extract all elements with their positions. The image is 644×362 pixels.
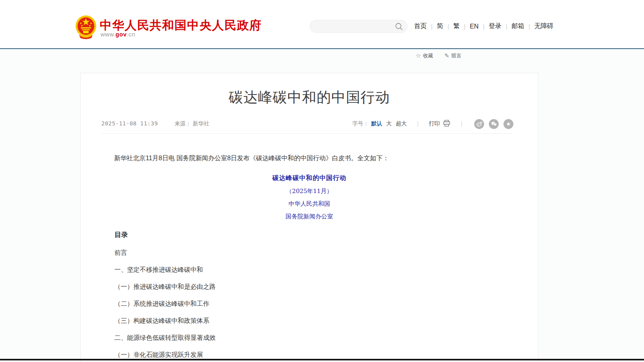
nav-accessibility[interactable]: 无障碍 <box>534 22 553 30</box>
toc-heading: 目录 <box>114 230 538 239</box>
site-url-gov: gov <box>116 31 127 38</box>
toc-item-1-3: （三）构建碳达峰碳中和政策体系 <box>114 318 538 324</box>
toc-item-preface: 前言 <box>114 250 538 256</box>
doc-org-line1: 中华人民共和国 <box>81 200 538 208</box>
top-nav: 首页| 简| 繁| EN| 登录| 邮箱| 无障碍 <box>414 22 553 30</box>
message-button[interactable]: ✎ 留言 <box>444 52 462 59</box>
doc-date: （2025年11月） <box>81 188 538 195</box>
nav-english[interactable]: EN <box>470 23 479 30</box>
nav-simplified[interactable]: 简 <box>437 22 443 30</box>
weibo-icon[interactable] <box>474 119 484 129</box>
toc-item-2-1: （一）非化石能源实现跃升发展 <box>114 352 538 358</box>
source-value: 新华社 <box>193 120 209 127</box>
star-share-icon[interactable]: ★ <box>503 119 513 129</box>
print-button[interactable]: 打印 <box>429 120 450 128</box>
printer-icon <box>443 120 450 128</box>
article-meta-left: 2025-11-08 11:39 来源： 新华社 <box>101 120 209 127</box>
toc-item-1-2: （二）系统推进碳达峰碳中和工作 <box>114 301 538 307</box>
doc-title: 碳达峰碳中和的中国行动 <box>81 174 538 182</box>
toc-item-1: 一、坚定不移推进碳达峰碳中和 <box>114 267 538 273</box>
site-url-suffix: .cn <box>127 31 135 38</box>
article-meta-right: 字号： 默认 大 超大 | 打印 | <box>352 119 513 129</box>
star-glyph: ★ <box>506 121 511 127</box>
nav-mail[interactable]: 邮箱 <box>511 22 524 30</box>
article-meta-row: 2025-11-08 11:39 来源： 新华社 字号： 默认 大 超大 | 打… <box>101 119 513 128</box>
favorite-label: 收藏 <box>423 52 433 59</box>
article-source: 来源： 新华社 <box>175 120 209 127</box>
window-bottom-edge <box>0 359 644 360</box>
article-title: 碳达峰碳中和的中国行动 <box>81 89 538 105</box>
quick-links-bar: ☆ 收藏 ✎ 留言 <box>416 52 462 59</box>
star-outline-icon: ☆ <box>416 52 421 59</box>
nav-login[interactable]: 登录 <box>489 22 502 30</box>
site-url-prefix: www. <box>101 31 116 38</box>
article-date: 2025-11-08 11:39 <box>101 120 158 127</box>
font-size-large-button[interactable]: 大 <box>386 120 392 127</box>
nav-separator: | <box>506 23 507 30</box>
wechat-icon[interactable] <box>489 119 499 129</box>
meta-separator: | <box>417 121 419 127</box>
source-label: 来源： <box>175 120 191 127</box>
site-url: www.gov.cn <box>101 31 135 38</box>
search-input[interactable] <box>316 20 391 32</box>
share-icons: ★ <box>474 119 513 129</box>
toc-item-1-1: （一）推进碳达峰碳中和是必由之路 <box>114 284 538 290</box>
nav-separator: | <box>431 23 433 30</box>
article-card: 碳达峰碳中和的中国行动 2025-11-08 11:39 来源： 新华社 字号：… <box>80 73 538 362</box>
nav-separator: | <box>528 23 530 30</box>
nav-separator: | <box>448 23 449 30</box>
message-label: 留言 <box>451 52 462 59</box>
meta-divider-line <box>101 133 513 134</box>
gov-cn-page: 中华人民共和国中央人民政府 www.gov.cn 首页| 简| 繁| EN| 登… <box>0 0 644 362</box>
favorite-button[interactable]: ☆ 收藏 <box>416 52 433 59</box>
pencil-icon: ✎ <box>444 52 449 59</box>
print-label: 打印 <box>429 120 440 127</box>
nav-separator: | <box>464 23 465 30</box>
doc-org-line2: 国务院新闻办公室 <box>81 213 538 220</box>
nav-traditional[interactable]: 繁 <box>453 22 460 30</box>
font-size-default-button[interactable]: 默认 <box>371 120 382 127</box>
toc-list: 前言 一、坚定不移推进碳达峰碳中和 （一）推进碳达峰碳中和是必由之路 （二）系统… <box>114 250 538 358</box>
article-lead-paragraph: 新华社北京11月8日电 国务院新闻办公室8日发布《碳达峰碳中和的中国行动》白皮书… <box>101 153 514 163</box>
toc-item-2: 二、能源绿色低碳转型取得显著成效 <box>114 335 538 341</box>
search-box[interactable] <box>310 20 408 33</box>
site-header: 中华人民共和国中央人民政府 www.gov.cn 首页| 简| 繁| EN| 登… <box>0 0 644 48</box>
national-emblem-logo <box>75 15 97 40</box>
nav-separator: | <box>483 23 484 30</box>
font-size-xlarge-button[interactable]: 超大 <box>396 120 407 127</box>
meta-separator: | <box>461 121 462 127</box>
nav-home[interactable]: 首页 <box>414 22 427 30</box>
search-icon[interactable] <box>395 22 403 31</box>
font-size-label: 字号： <box>352 120 369 127</box>
